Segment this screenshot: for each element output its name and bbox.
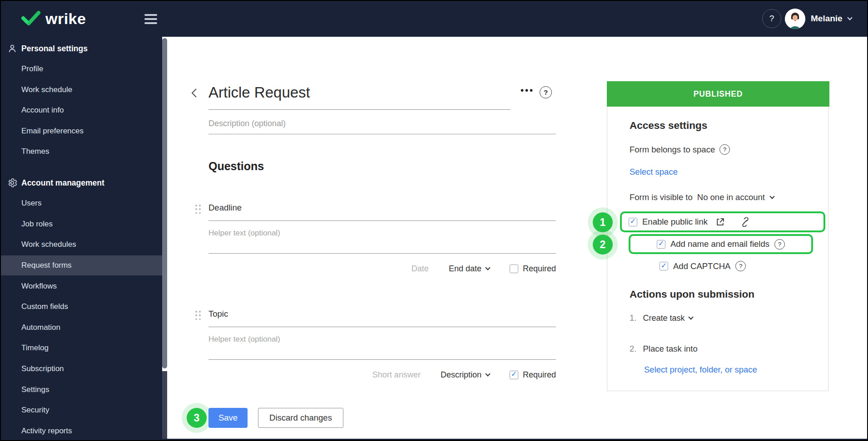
help-icon[interactable]: ? xyxy=(735,261,746,271)
published-status-badge: PUBLISHED xyxy=(607,81,829,107)
select-space-link[interactable]: Select space xyxy=(630,167,678,177)
scrollbar-track-bottom xyxy=(162,371,167,439)
enable-public-link-label: Enable public link xyxy=(642,217,708,227)
add-captcha-label: Add CAPTCHA xyxy=(673,261,730,271)
sidebar-item-work-schedule[interactable]: Work schedule xyxy=(1,80,162,100)
question-block-deadline: Deadline Helper text (optional) Date End… xyxy=(192,201,556,291)
question-type-hint: Short answer xyxy=(372,370,421,380)
select-project-link[interactable]: Select project, folder, or space xyxy=(644,365,757,375)
question-underline xyxy=(208,327,556,327)
sidebar-item-subscription[interactable]: Subscription xyxy=(1,359,162,379)
question-label-input[interactable]: Deadline xyxy=(208,203,242,213)
sidebar-item-account-info[interactable]: Account info xyxy=(1,100,162,120)
required-checkbox[interactable]: ✓ xyxy=(510,265,518,273)
drag-handle-icon[interactable] xyxy=(195,311,201,321)
helper-text-input[interactable]: Helper text (optional) xyxy=(208,335,280,344)
visibility-value: No one in account xyxy=(697,192,765,202)
wrike-logo-text: wrike xyxy=(45,8,86,29)
sidebar-section-account-management[interactable]: Account management xyxy=(1,173,162,193)
question-block-topic: Topic Helper text (optional) Short answe… xyxy=(192,307,556,397)
sidebar-item-profile[interactable]: Profile xyxy=(1,59,162,79)
help-icon[interactable]: ? xyxy=(774,239,785,250)
helper-text-input[interactable]: Helper text (optional) xyxy=(208,229,280,238)
user-menu[interactable]: Melanie xyxy=(785,8,852,29)
user-name: Melanie xyxy=(811,14,843,24)
avatar xyxy=(785,9,805,29)
enable-public-link-checkbox[interactable]: ✓ xyxy=(629,218,637,226)
action-number: 1. xyxy=(630,313,636,323)
chevron-down-icon xyxy=(485,265,490,270)
sidebar-item-custom-fields[interactable]: Custom fields xyxy=(1,297,162,317)
visibility-label: Form is visible to xyxy=(630,192,693,202)
gear-icon xyxy=(7,177,18,188)
form-title-input[interactable]: Article Request xyxy=(208,84,310,101)
annotation-badge-1: 1 xyxy=(593,212,613,232)
question-type-dropdown[interactable]: Description xyxy=(441,370,490,380)
action-number: 2. xyxy=(630,344,636,354)
settings-sidebar: Personal settings Profile Work schedule … xyxy=(1,37,162,441)
add-captcha-checkbox[interactable]: ✓ xyxy=(660,262,668,270)
sidebar-item-request-forms[interactable]: Request forms xyxy=(1,255,162,275)
annotation-box-2: ✓ Add name and email fields ? xyxy=(629,234,813,254)
wrike-check-icon xyxy=(21,10,41,28)
sidebar-item-work-schedules[interactable]: Work schedules xyxy=(1,235,162,255)
required-label: Required xyxy=(523,264,556,274)
publish-settings-panel: PUBLISHED Access settings Form belongs t… xyxy=(607,81,828,391)
required-checkbox[interactable]: ✓ xyxy=(510,371,518,379)
wrike-logo[interactable]: wrike xyxy=(21,8,86,29)
sidebar-item-activity-reports[interactable]: Activity reports xyxy=(1,421,162,441)
person-icon xyxy=(7,43,18,54)
title-underline xyxy=(208,109,511,110)
more-options-icon[interactable]: ••• xyxy=(521,85,534,96)
description-underline xyxy=(208,134,556,134)
save-button[interactable]: Save xyxy=(208,408,248,428)
form-belongs-label: Form belongs to space xyxy=(630,145,715,155)
add-name-email-checkbox[interactable]: ✓ xyxy=(657,240,665,249)
scrollbar-thumb[interactable] xyxy=(162,38,167,368)
sidebar-item-automation[interactable]: Automation xyxy=(1,318,162,338)
drag-handle-icon[interactable] xyxy=(195,205,201,215)
help-button[interactable]: ? xyxy=(762,9,781,28)
required-label: Required xyxy=(523,370,556,380)
questions-heading: Questions xyxy=(208,160,264,173)
sidebar-item-users[interactable]: Users xyxy=(1,193,162,213)
chevron-down-icon xyxy=(847,15,852,20)
actions-heading: Actions upon submission xyxy=(630,289,754,300)
help-icon[interactable]: ? xyxy=(719,144,730,155)
annotation-badge-2: 2 xyxy=(593,235,613,255)
sidebar-item-settings[interactable]: Settings xyxy=(1,380,162,400)
annotation-box-1: ✓ Enable public link xyxy=(620,211,825,232)
question-type-dropdown[interactable]: End date xyxy=(449,264,490,274)
chevron-down-icon xyxy=(689,314,694,319)
discard-changes-button[interactable]: Discard changes xyxy=(258,408,343,428)
sidebar-section-personal-settings[interactable]: Personal settings xyxy=(1,39,162,59)
visibility-dropdown[interactable]: Form is visible to No one in account xyxy=(630,192,774,202)
hamburger-menu-icon[interactable] xyxy=(144,14,157,26)
helper-underline xyxy=(208,359,556,360)
chevron-down-icon xyxy=(485,371,490,376)
chevron-down-icon xyxy=(769,194,774,199)
question-underline xyxy=(208,220,556,221)
top-bar: wrike ? Melanie xyxy=(1,1,867,37)
form-description-input[interactable]: Description (optional) xyxy=(208,119,286,128)
copy-link-icon[interactable] xyxy=(740,217,751,227)
form-help-icon[interactable]: ? xyxy=(540,86,552,98)
question-label-input[interactable]: Topic xyxy=(208,309,228,319)
external-link-icon[interactable] xyxy=(715,217,725,227)
helper-underline xyxy=(208,253,556,254)
create-task-dropdown[interactable]: Create task xyxy=(643,314,693,323)
sidebar-item-job-roles[interactable]: Job roles xyxy=(1,214,162,234)
sidebar-item-security[interactable]: Security xyxy=(1,400,162,420)
add-name-email-label: Add name and email fields xyxy=(670,239,769,249)
wrike-settings-window: wrike ? Melanie xyxy=(0,0,868,441)
annotation-badge-3: 3 xyxy=(187,408,207,428)
sidebar-item-workflows[interactable]: Workflows xyxy=(1,276,162,296)
access-settings-heading: Access settings xyxy=(630,120,707,132)
sidebar-item-themes[interactable]: Themes xyxy=(1,142,162,162)
place-task-into-label: Place task into xyxy=(643,344,697,354)
sidebar-item-email-preferences[interactable]: Email preferences xyxy=(1,121,162,141)
question-type-hint: Date xyxy=(412,264,429,274)
sidebar-item-timelog[interactable]: Timelog xyxy=(1,338,162,358)
back-button[interactable] xyxy=(189,87,201,99)
